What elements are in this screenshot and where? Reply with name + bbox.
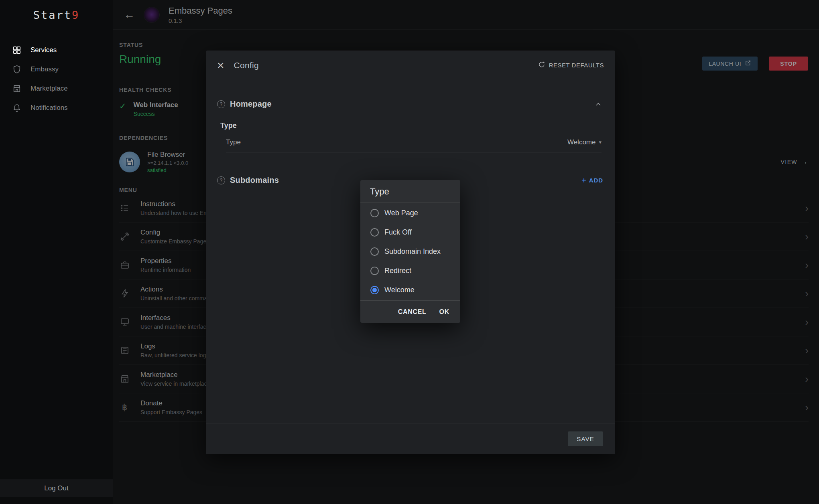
sidebar-item-embassy[interactable]: Embassy bbox=[0, 60, 113, 79]
sidebar: Start9 Services Embassy Marketplace bbox=[0, 0, 113, 504]
radio-icon[interactable] bbox=[370, 209, 379, 217]
cancel-button[interactable]: CANCEL bbox=[398, 308, 427, 316]
type-select-field[interactable]: Type Welcome ▾ bbox=[226, 132, 602, 152]
sidebar-item-marketplace[interactable]: Marketplace bbox=[0, 79, 113, 98]
radio-option-welcome[interactable]: Welcome bbox=[360, 280, 460, 300]
reset-defaults-button[interactable]: RESET DEFAULTS bbox=[538, 61, 604, 69]
grid-icon bbox=[12, 46, 22, 55]
help-icon[interactable]: ? bbox=[217, 100, 225, 108]
type-field-value: Welcome bbox=[567, 138, 596, 146]
refresh-icon bbox=[538, 61, 545, 69]
sidebar-nav: Services Embassy Marketplace Notificatio… bbox=[0, 40, 113, 117]
type-field-label: Type bbox=[226, 138, 241, 146]
radio-icon[interactable] bbox=[370, 228, 379, 237]
type-options-list: Web Page Fuck Off Subdomain Index Redire… bbox=[360, 202, 460, 300]
reset-defaults-label: RESET DEFAULTS bbox=[549, 62, 604, 69]
subdomains-section-title: Subdomains bbox=[230, 176, 279, 185]
type-dialog-header: Type bbox=[360, 180, 460, 202]
sidebar-item-label: Embassy bbox=[30, 65, 59, 73]
type-dialog-actions: CANCEL OK bbox=[360, 300, 460, 323]
homepage-section-title: Homepage bbox=[230, 99, 272, 109]
plus-icon: + bbox=[581, 176, 587, 184]
logo-text: Start bbox=[33, 9, 72, 21]
sidebar-item-notifications[interactable]: Notifications bbox=[0, 98, 113, 117]
radio-option-web-page[interactable]: Web Page bbox=[360, 203, 460, 223]
type-dialog-title: Type bbox=[370, 186, 451, 197]
help-icon[interactable]: ? bbox=[217, 176, 225, 184]
ok-button[interactable]: OK bbox=[439, 308, 449, 316]
start9-logo: Start9 bbox=[0, 0, 113, 21]
radio-option-redirect[interactable]: Redirect bbox=[360, 261, 460, 280]
config-modal-header: × Config RESET DEFAULTS bbox=[206, 51, 615, 80]
sidebar-item-label: Services bbox=[30, 46, 57, 54]
type-group-label: Type bbox=[220, 121, 604, 130]
bell-icon bbox=[12, 103, 22, 112]
sidebar-item-label: Marketplace bbox=[30, 85, 68, 93]
radio-option-fuck-off[interactable]: Fuck Off bbox=[360, 223, 460, 242]
type-dialog: Type Web Page Fuck Off Subdomain Index R… bbox=[360, 180, 460, 323]
caret-down-icon: ▾ bbox=[599, 139, 602, 145]
screen: Start9 Services Embassy Marketplace bbox=[0, 0, 819, 504]
radio-icon[interactable] bbox=[370, 247, 379, 256]
radio-icon[interactable] bbox=[370, 267, 379, 275]
radio-option-label: Redirect bbox=[384, 267, 411, 275]
add-label: ADD bbox=[589, 177, 603, 184]
radio-option-label: Welcome bbox=[384, 286, 415, 294]
logout-button[interactable]: Log Out bbox=[0, 480, 113, 497]
save-button[interactable]: SAVE bbox=[568, 431, 603, 446]
radio-option-label: Fuck Off bbox=[384, 228, 412, 237]
logo-accent: 9 bbox=[72, 9, 79, 21]
radio-option-label: Subdomain Index bbox=[384, 247, 441, 256]
radio-option-label: Web Page bbox=[384, 209, 418, 217]
close-icon[interactable]: × bbox=[217, 60, 224, 71]
homepage-section-header: ? Homepage bbox=[217, 99, 604, 109]
config-modal-footer: SAVE bbox=[206, 423, 615, 454]
shield-icon bbox=[12, 65, 22, 74]
radio-icon-selected[interactable] bbox=[370, 286, 379, 294]
chevron-up-icon[interactable] bbox=[594, 100, 602, 108]
radio-option-subdomain-index[interactable]: Subdomain Index bbox=[360, 242, 460, 261]
storefront-icon bbox=[12, 84, 22, 93]
sidebar-item-label: Notifications bbox=[30, 104, 68, 112]
sidebar-item-services[interactable]: Services bbox=[0, 40, 113, 60]
add-subdomain-button[interactable]: + ADD bbox=[581, 176, 603, 184]
config-modal-title: Config bbox=[234, 61, 259, 70]
